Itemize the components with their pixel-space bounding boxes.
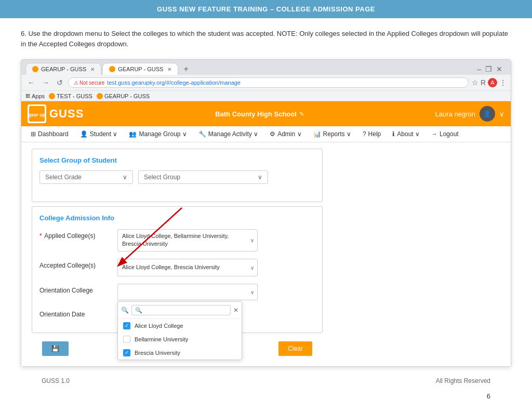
school-name-area: Bath County High School ✎ bbox=[215, 110, 304, 118]
accepted-colleges-row: Accepted College(s) Alice Lloyd College,… bbox=[39, 259, 315, 276]
new-tab-button[interactable]: + bbox=[179, 64, 192, 74]
orientation-college-chevron-icon: ∨ bbox=[250, 289, 254, 295]
browser-window: GEARUP - GUSS ✕ GEARUP - GUSS ✕ + – ❐ ✕ … bbox=[21, 59, 511, 367]
checkbox-bellarmine[interactable] bbox=[123, 336, 130, 343]
back-button[interactable]: ← bbox=[25, 77, 37, 88]
nav-dashboard[interactable]: ⊞ Dashboard bbox=[25, 126, 74, 142]
user-dropdown-chevron[interactable]: ∨ bbox=[499, 110, 504, 118]
nav-admin[interactable]: ⚙ Admin ∨ bbox=[264, 126, 307, 142]
nav-about[interactable]: ℹ About ∨ bbox=[387, 126, 425, 142]
gearup-guss-bookmark[interactable]: GEARUP - GUSS bbox=[97, 93, 150, 99]
option-label-bellarmine: Bellarmine University bbox=[135, 336, 188, 342]
page-number: 6 bbox=[21, 392, 511, 400]
accepted-colleges-value[interactable]: Alice Lloyd College, Brescia University … bbox=[117, 259, 258, 276]
college-dropdown-popup: 🔍 ✕ ✓ Alice Lloyd College bbox=[117, 301, 242, 360]
tab-label-1: GEARUP - GUSS bbox=[41, 66, 86, 72]
orientation-college-label: Orientation College bbox=[39, 284, 112, 294]
nav-manage-group[interactable]: 👥 Manage Group ∨ bbox=[124, 126, 192, 142]
group-select-row: Select Grade ∨ Select Group ∨ bbox=[39, 170, 315, 184]
applied-colleges-text: Alice Lloyd College, Bellarmine Universi… bbox=[122, 232, 243, 248]
tab-favicon-1 bbox=[32, 66, 38, 72]
browser-tab-2[interactable]: GEARUP - GUSS ✕ bbox=[102, 63, 178, 75]
tab-favicon-2 bbox=[109, 66, 115, 72]
save-button[interactable]: 💾 bbox=[42, 341, 69, 356]
accepted-colleges-text: Alice Lloyd College, Brescia University bbox=[122, 263, 220, 271]
address-bar: ← → ↺ ⚠ Not secure test.guss.gearupky.or… bbox=[21, 75, 511, 90]
checkbox-alice[interactable]: ✓ bbox=[123, 322, 130, 329]
dropdown-option-bellarmine[interactable]: Bellarmine University bbox=[118, 333, 242, 346]
window-restore[interactable]: ❐ bbox=[485, 65, 492, 73]
profile-icon[interactable]: A bbox=[488, 78, 497, 87]
main-content: 6. Use the dropdown menu to Select the c… bbox=[0, 18, 532, 410]
browser-chrome: GEARUP - GUSS ✕ GEARUP - GUSS ✕ + – ❐ ✕ … bbox=[21, 60, 511, 101]
address-url[interactable]: test.guss.gearupky.org/#/college-applica… bbox=[107, 79, 241, 86]
help-icon: ? bbox=[363, 130, 366, 138]
dropdown-option-alice[interactable]: ✓ Alice Lloyd College bbox=[118, 319, 242, 333]
save-icon: 💾 bbox=[51, 345, 59, 352]
checkbox-brescia[interactable]: ✓ bbox=[123, 349, 130, 356]
bookmark-icon[interactable]: ☆ bbox=[472, 78, 478, 87]
guss-navbar: gear up GUSS Bath County High School ✎ L… bbox=[21, 101, 511, 126]
avatar-icon: 👤 bbox=[483, 110, 491, 117]
orientation-college-row: Orientation College ∨ 🔍 bbox=[39, 284, 315, 300]
address-input-box[interactable]: ⚠ Not secure test.guss.gearupky.org/#/co… bbox=[68, 77, 469, 88]
nav-menu: ⊞ Dashboard 👤 Student ∨ 👥 Manage Group ∨… bbox=[21, 126, 511, 142]
apps-grid-icon: ⊞ bbox=[25, 92, 30, 99]
user-name: Laura negron bbox=[435, 110, 475, 118]
nav-student[interactable]: 👤 Student ∨ bbox=[75, 126, 123, 142]
dropdown-search-input[interactable] bbox=[131, 305, 231, 315]
page-header: GUSS NEW FEATURE TRAINING – COLLEGE ADMI… bbox=[0, 0, 532, 18]
instruction-body: Use the dropdown menu to Select the coll… bbox=[21, 30, 508, 48]
tab-close-2[interactable]: ✕ bbox=[163, 67, 171, 72]
school-name: Bath County High School bbox=[215, 110, 297, 118]
group-section-title: Select Group of Student bbox=[39, 156, 315, 164]
rights-label: All Rights Reserved bbox=[436, 377, 490, 385]
orientation-date-label: Orientation Date bbox=[39, 308, 112, 318]
applied-chevron-icon: ∨ bbox=[250, 237, 254, 243]
accepted-chevron-icon: ∨ bbox=[250, 264, 254, 270]
forward-button[interactable]: → bbox=[40, 77, 51, 88]
browser-tab-1[interactable]: GEARUP - GUSS ✕ bbox=[25, 63, 101, 75]
admin-icon: ⚙ bbox=[270, 130, 275, 138]
instruction-text: 6. Use the dropdown menu to Select the c… bbox=[21, 29, 511, 49]
menu-icon[interactable]: ⋮ bbox=[499, 78, 507, 87]
apps-bookmark[interactable]: ⊞ Apps bbox=[25, 92, 45, 99]
grade-placeholder: Select Grade bbox=[45, 174, 82, 181]
extensions-icon[interactable]: R bbox=[481, 78, 486, 87]
orientation-college-field: ∨ 🔍 ✕ ✓ Al bbox=[117, 284, 258, 300]
user-avatar[interactable]: 👤 bbox=[480, 106, 495, 122]
nav-help[interactable]: ? Help bbox=[357, 126, 386, 142]
clear-button[interactable]: Clear bbox=[278, 341, 312, 356]
logo-icon: gear up bbox=[28, 104, 46, 123]
accepted-colleges-field: Alice Lloyd College, Brescia University … bbox=[117, 259, 258, 276]
tab-close-1[interactable]: ✕ bbox=[86, 67, 95, 72]
app-content: gear up GUSS Bath County High School ✎ L… bbox=[21, 101, 511, 366]
group-select[interactable]: Select Group ∨ bbox=[138, 170, 268, 184]
bookmark-favicon-1 bbox=[49, 93, 55, 99]
dropdown-option-brescia[interactable]: ✓ Brescia University bbox=[118, 346, 242, 360]
dropdown-clear-button[interactable]: ✕ bbox=[233, 307, 238, 314]
nav-reports[interactable]: 📊 Reports ∨ bbox=[308, 126, 356, 142]
search-icon: 🔍 bbox=[121, 307, 129, 314]
tab-label-2: GEARUP - GUSS bbox=[118, 66, 163, 72]
nav-manage-activity[interactable]: 🔧 Manage Activity ∨ bbox=[193, 126, 263, 142]
school-edit-icon[interactable]: ✎ bbox=[299, 111, 304, 117]
manage-group-icon: 👥 bbox=[129, 130, 137, 138]
grade-select[interactable]: Select Grade ∨ bbox=[39, 170, 133, 184]
student-icon: 👤 bbox=[80, 130, 88, 138]
dropdown-search-bar: 🔍 ✕ bbox=[118, 302, 242, 319]
group-placeholder: Select Group bbox=[144, 174, 180, 181]
user-area: Laura negron 👤 ∨ bbox=[435, 106, 504, 122]
security-indicator: ⚠ Not secure bbox=[74, 80, 104, 86]
orientation-college-value[interactable]: ∨ bbox=[117, 284, 258, 300]
window-close[interactable]: ✕ bbox=[496, 65, 502, 73]
group-section: Select Group of Student Select Grade ∨ S… bbox=[32, 149, 323, 202]
instruction-number: 6. bbox=[21, 30, 26, 37]
guss-logo: gear up GUSS bbox=[28, 104, 84, 123]
window-minimize[interactable]: – bbox=[477, 65, 481, 73]
nav-logout[interactable]: → Logout bbox=[426, 126, 464, 142]
test-guss-bookmark[interactable]: TEST - GUSS bbox=[49, 93, 92, 99]
bookmarks-bar: ⊞ Apps TEST - GUSS GEARUP - GUSS bbox=[21, 90, 511, 101]
refresh-button[interactable]: ↺ bbox=[55, 77, 65, 88]
applied-colleges-value[interactable]: Alice Lloyd College, Bellarmine Universi… bbox=[117, 229, 258, 251]
